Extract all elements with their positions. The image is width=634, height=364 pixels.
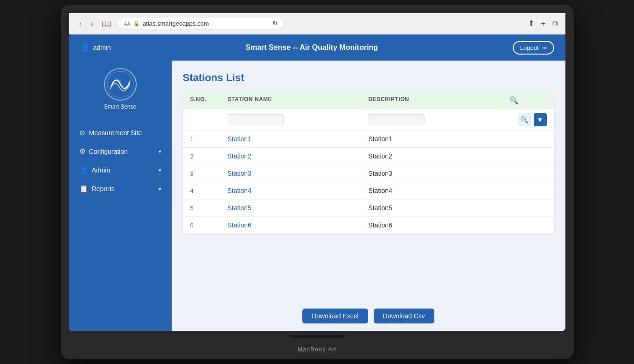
- url-text: atlas.smartgeoapps.com: [143, 20, 209, 27]
- table-row: 1 Station1 Station1: [183, 130, 554, 148]
- col-station-name-header: STATION NAME: [228, 96, 369, 105]
- row-3-name: Station3: [228, 170, 369, 177]
- station-6-link[interactable]: Station6: [228, 221, 251, 229]
- logout-button[interactable]: Logout ⇥: [513, 41, 554, 55]
- app-screen: 👤 admin Smart Sense -- Air Quality Monit…: [69, 34, 565, 331]
- stations-table-card: S.NO. STATION NAME DESCRIPTION 🔍 🔍: [183, 91, 554, 234]
- sidebar-item-configuration[interactable]: ⚙ Configuration ▾: [73, 143, 168, 160]
- admin-icon: 👤: [79, 166, 88, 174]
- row-5-sno: 5: [190, 205, 228, 212]
- browser-nav[interactable]: ‹ ›: [77, 19, 97, 29]
- row-3-sno: 3: [190, 170, 228, 177]
- table-filter-row: 🔍 ▼: [183, 110, 554, 130]
- tabs-icon[interactable]: ⧉: [552, 19, 558, 28]
- content-area: Stations List S.NO. STATION NAME DESCRIP…: [172, 61, 565, 301]
- table-row: 2 Station2 Station2: [183, 148, 554, 165]
- configuration-label: Configuration: [89, 148, 128, 155]
- sidebar-item-admin[interactable]: 👤 Admin ▾: [73, 161, 168, 179]
- logo-area: Smart Sense: [104, 68, 137, 110]
- row-6-desc: Station6: [369, 221, 509, 229]
- row-5-name: Station5: [228, 204, 369, 212]
- user-avatar-icon: 👤: [80, 42, 91, 53]
- forward-button[interactable]: ›: [88, 19, 96, 29]
- reports-chevron: ▾: [159, 186, 161, 192]
- description-filter[interactable]: [369, 114, 425, 125]
- macbook-label: MacBook Air: [69, 342, 565, 359]
- sidebar: Smart Sense ⊙ Measurement Site ⚙ Configu…: [69, 61, 172, 331]
- browser-actions: ⬆ + ⧉: [528, 19, 558, 28]
- row-6-name: Station6: [228, 221, 369, 229]
- header-search-icon: 🔍: [509, 96, 547, 105]
- add-tab-icon[interactable]: +: [541, 19, 546, 28]
- station-5-link[interactable]: Station5: [228, 204, 251, 212]
- logo-circle: [104, 68, 137, 101]
- logo-svg: [106, 70, 134, 98]
- address-bar[interactable]: AA 🔒 atlas.smartgeoapps.com ↻: [117, 18, 285, 29]
- search-filter-button[interactable]: 🔍: [518, 113, 531, 126]
- row-1-sno: 1: [190, 136, 228, 143]
- page-title: Stations List: [183, 72, 554, 84]
- station-4-link[interactable]: Station4: [228, 187, 251, 194]
- admin-label: Admin: [92, 166, 111, 174]
- col-description-header: DESCRIPTION: [369, 96, 509, 105]
- main-content: Stations List S.NO. STATION NAME DESCRIP…: [172, 61, 565, 331]
- row-4-sno: 4: [190, 187, 228, 194]
- table-header-row: S.NO. STATION NAME DESCRIPTION 🔍: [183, 91, 554, 110]
- table-row: 3 Station3 Station3: [183, 165, 554, 182]
- sidebar-item-measurement-site[interactable]: ⊙ Measurement Site: [73, 124, 168, 142]
- configuration-chevron: ▾: [159, 149, 161, 155]
- row-3-desc: Station3: [369, 170, 509, 177]
- back-button[interactable]: ‹: [77, 19, 84, 29]
- row-4-name: Station4: [228, 187, 369, 194]
- sidebar-item-reports[interactable]: 📋 Reports ▾: [73, 180, 168, 198]
- logo-text: Smart Sense: [104, 103, 136, 110]
- table-row: 6 Station6 Station6: [183, 217, 554, 234]
- app-title: Smart Sense -- Air Quality Monitoring: [111, 43, 513, 52]
- filter-button[interactable]: ▼: [534, 113, 547, 126]
- row-1-desc: Station1: [369, 135, 509, 143]
- logout-icon: ⇥: [542, 44, 547, 51]
- book-icon: 📖: [102, 19, 111, 28]
- row-2-sno: 2: [190, 153, 228, 160]
- row-5-desc: Station5: [369, 204, 509, 212]
- user-info: 👤 admin: [80, 42, 111, 53]
- row-2-desc: Station2: [369, 152, 509, 160]
- row-2-name: Station2: [228, 152, 369, 160]
- username-label: admin: [93, 44, 111, 51]
- download-excel-button[interactable]: Download Excel: [302, 309, 368, 323]
- station-1-link[interactable]: Station1: [228, 135, 251, 143]
- measurement-site-icon: ⊙: [79, 129, 85, 137]
- share-icon[interactable]: ⬆: [528, 19, 535, 28]
- row-1-name: Station1: [228, 135, 369, 143]
- browser-chrome: ‹ › 📖 AA 🔒 atlas.smartgeoapps.com ↻ ⬆ + …: [69, 13, 565, 34]
- laptop-notch: [289, 335, 345, 338]
- table-row: 5 Station5 Station5: [183, 199, 554, 217]
- laptop-bottom: [69, 331, 565, 342]
- row-6-sno: 6: [190, 222, 228, 229]
- station-2-link[interactable]: Station2: [228, 152, 251, 160]
- reports-label: Reports: [92, 185, 115, 192]
- aa-label: AA: [124, 21, 131, 27]
- col-sno-header: S.NO.: [190, 96, 228, 105]
- lock-icon: 🔒: [133, 21, 140, 27]
- app-header: 👤 admin Smart Sense -- Air Quality Monit…: [69, 34, 565, 61]
- row-4-desc: Station4: [369, 187, 509, 194]
- nav-items: ⊙ Measurement Site ⚙ Configuration ▾: [69, 124, 172, 199]
- station-3-link[interactable]: Station3: [228, 170, 251, 177]
- admin-chevron: ▾: [159, 167, 161, 173]
- station-name-filter[interactable]: [228, 114, 284, 125]
- actions-bar: Download Excel Download Csv: [172, 301, 565, 331]
- logout-label: Logout: [520, 44, 539, 51]
- filter-actions: 🔍 ▼: [509, 113, 547, 126]
- measurement-site-label: Measurement Site: [89, 129, 142, 137]
- configuration-icon: ⚙: [79, 147, 85, 156]
- app-layout: Smart Sense ⊙ Measurement Site ⚙ Configu…: [69, 61, 565, 331]
- refresh-icon[interactable]: ↻: [272, 20, 278, 27]
- laptop-container: ‹ › 📖 AA 🔒 atlas.smartgeoapps.com ↻ ⬆ + …: [61, 5, 574, 359]
- table-row: 4 Station4 Station4: [183, 182, 554, 199]
- download-csv-button[interactable]: Download Csv: [374, 309, 434, 323]
- reports-icon: 📋: [79, 185, 88, 193]
